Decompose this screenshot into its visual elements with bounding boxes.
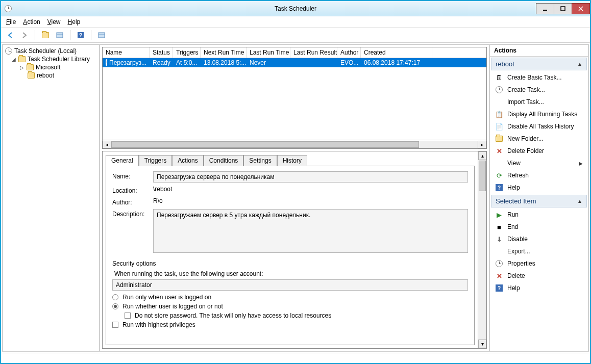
radio-icon	[112, 294, 118, 300]
wizard-icon: 🗓	[495, 73, 503, 82]
action-export[interactable]: Export...	[490, 245, 588, 257]
action-import-task[interactable]: Import Task...	[490, 96, 588, 108]
details-vscrollbar[interactable]: ▴ ▾	[478, 151, 486, 348]
tab-conditions[interactable]: Conditions	[204, 155, 244, 166]
actions-section-selected-label: Selected Item	[496, 197, 536, 205]
scroll-left-icon[interactable]: ◂	[103, 141, 111, 148]
actions-section-reboot[interactable]: reboot ▲	[491, 58, 587, 70]
toolbar-help-button[interactable]: ?	[75, 29, 87, 41]
scroll-track[interactable]	[478, 160, 486, 340]
menu-file[interactable]: File	[6, 18, 16, 25]
tree-library[interactable]: ◢ Task Scheduler Library	[3, 55, 99, 63]
help-icon: ?	[495, 284, 503, 292]
location-value: \reboot	[153, 186, 468, 193]
toolbar: ?	[1, 28, 590, 43]
action-create-basic-task[interactable]: 🗓Create Basic Task...	[490, 71, 588, 84]
scroll-right-icon[interactable]: ▸	[478, 141, 486, 148]
check-highest-privileges[interactable]: Run with highest privileges	[112, 321, 468, 328]
play-icon: ▶	[495, 211, 503, 219]
col-triggers[interactable]: Triggers	[173, 47, 201, 58]
tree-root[interactable]: Task Scheduler (Local)	[3, 47, 99, 55]
task-name-cell: Перезагруз...	[109, 59, 146, 66]
expand-icon[interactable]: ▷	[19, 65, 24, 70]
task-row[interactable]: Перезагруз... Ready At 5:0... 13.08.2018…	[103, 58, 486, 67]
tab-triggers[interactable]: Triggers	[139, 155, 173, 166]
action-display-running[interactable]: 📋Display All Running Tasks	[490, 108, 588, 120]
action-help2[interactable]: ?Help	[490, 282, 588, 294]
scroll-track[interactable]	[111, 141, 478, 148]
svg-rect-8	[98, 33, 105, 38]
tab-history[interactable]: History	[277, 155, 307, 166]
statusbar	[1, 353, 590, 363]
action-view[interactable]: View▶	[490, 157, 588, 169]
col-name[interactable]: Name	[103, 47, 150, 58]
chevron-right-icon: ▶	[579, 161, 583, 166]
action-end[interactable]: ■End	[490, 221, 588, 233]
tree-microsoft[interactable]: ▷ Microsoft	[3, 63, 99, 71]
action-disable[interactable]: ⬇Disable	[490, 233, 588, 245]
radio-logged-on-or-not[interactable]: Run whether user is logged on or not	[112, 303, 468, 310]
collapse-icon[interactable]: ◢	[11, 57, 16, 62]
actions-pane: Actions reboot ▲ 🗓Create Basic Task... C…	[490, 45, 588, 351]
folder-icon	[18, 56, 26, 62]
clock-icon	[106, 59, 107, 66]
col-author[interactable]: Author	[337, 47, 361, 58]
tab-general[interactable]: General	[106, 155, 139, 166]
description-value	[153, 209, 468, 253]
tree-reboot[interactable]: reboot	[3, 71, 99, 80]
radio-logged-on-or-not-label: Run whether user is logged on or not	[122, 303, 223, 310]
tab-settings[interactable]: Settings	[243, 155, 277, 166]
nav-tree[interactable]: Task Scheduler (Local) ◢ Task Scheduler …	[3, 45, 100, 351]
app-window: Task Scheduler File Action View Help ? T…	[0, 0, 591, 364]
back-button[interactable]	[4, 29, 16, 41]
menu-action[interactable]: Action	[23, 18, 40, 25]
tab-actions[interactable]: Actions	[172, 155, 203, 166]
svg-text:?: ?	[79, 32, 83, 38]
scroll-up-icon[interactable]: ▴	[478, 151, 486, 160]
col-created[interactable]: Created	[361, 47, 432, 58]
check-no-store-password[interactable]: Do not store password. The task will onl…	[125, 312, 468, 319]
action-disable-history[interactable]: 📄Disable All Tasks History	[490, 120, 588, 133]
tree-root-label: Task Scheduler (Local)	[14, 47, 77, 55]
checkbox-icon	[112, 322, 118, 328]
main-body: Task Scheduler (Local) ◢ Task Scheduler …	[2, 44, 589, 352]
forward-button[interactable]	[18, 29, 31, 41]
hscrollbar[interactable]: ◂ ▸	[103, 140, 486, 148]
action-properties[interactable]: Properties	[490, 257, 588, 270]
actions-section-selected[interactable]: Selected Item ▲	[491, 195, 587, 207]
toolbar-panel2-button[interactable]	[95, 29, 108, 41]
task-status-cell: Ready	[150, 58, 173, 67]
toolbar-folder-button[interactable]	[39, 29, 52, 41]
scroll-down-icon[interactable]: ▾	[478, 340, 486, 348]
action-delete[interactable]: ✕Delete	[490, 270, 588, 282]
action-delete-folder[interactable]: ✕Delete Folder	[490, 145, 588, 157]
toolbar-panel1-button[interactable]	[54, 29, 66, 41]
radio-logged-on-label: Run only when user is logged on	[122, 294, 211, 301]
blank-icon	[495, 159, 503, 167]
action-refresh[interactable]: ⟳Refresh	[490, 169, 588, 181]
col-next-run[interactable]: Next Run Time	[201, 47, 247, 58]
action-run[interactable]: ▶Run	[490, 209, 588, 221]
task-next-cell: 13.08.2018 5:...	[201, 58, 247, 67]
security-account-label: When running the task, use the following…	[114, 270, 468, 277]
radio-logged-on[interactable]: Run only when user is logged on	[112, 294, 468, 301]
action-help[interactable]: ?Help	[490, 181, 588, 194]
actions-section-reboot-label: reboot	[496, 60, 514, 68]
action-new-folder[interactable]: New Folder...	[490, 133, 588, 145]
task-details: General Triggers Actions Conditions Sett…	[102, 151, 487, 349]
menu-help[interactable]: Help	[68, 18, 81, 25]
col-last-run[interactable]: Last Run Time	[247, 47, 290, 58]
author-value: R\o	[153, 197, 468, 204]
location-label: Location:	[112, 186, 153, 194]
col-last-result[interactable]: Last Run Result	[290, 47, 337, 58]
menubar: File Action View Help	[1, 16, 590, 28]
actions-pane-title: Actions	[490, 45, 588, 57]
folder-icon	[28, 72, 35, 79]
svg-text:?: ?	[498, 285, 501, 291]
task-list-header: Name Status Triggers Next Run Time Last …	[103, 47, 486, 58]
clock-icon	[5, 47, 12, 55]
blank-icon	[495, 247, 503, 255]
menu-view[interactable]: View	[47, 18, 61, 25]
col-status[interactable]: Status	[150, 47, 173, 58]
action-create-task[interactable]: Create Task...	[490, 84, 588, 96]
